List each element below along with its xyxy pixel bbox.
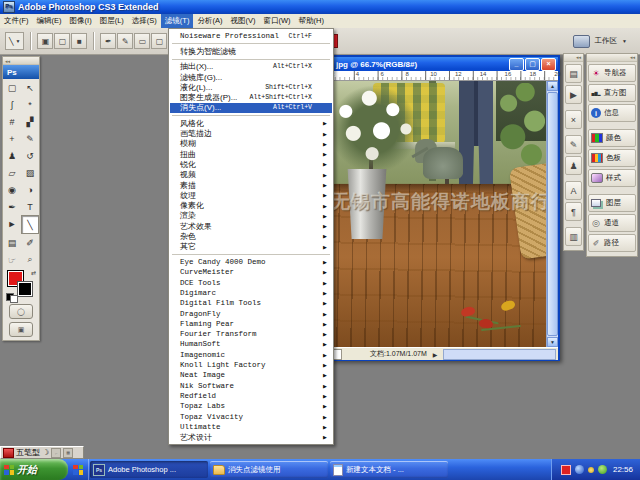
dock-panel-button[interactable]: 通道 <box>588 214 636 232</box>
filter-menu-item[interactable]: Ultimatte ▶ <box>170 422 332 432</box>
scroll-up-icon[interactable]: ▲ <box>547 81 558 91</box>
filter-menu-item[interactable]: 消失点(V)... Alt+Ctrl+V ▶ <box>170 103 332 113</box>
filter-menu-item[interactable]: 模糊 ▶ <box>170 139 332 149</box>
filter-menu-item[interactable]: 滤镜库(G)... ▶ <box>170 72 332 82</box>
filter-menu-item[interactable]: Neat Image ▶ <box>170 370 332 380</box>
filter-menu-item[interactable]: 液化(L)... Shift+Ctrl+X ▶ <box>170 82 332 92</box>
filter-menu-item[interactable]: Topaz Labs ▶ <box>170 401 332 411</box>
dock-panel-icon-button[interactable]: ▥ <box>565 227 582 246</box>
shape-tool-button[interactable]: ▢ <box>151 33 167 49</box>
document-title-bar[interactable]: jpg @ 66.7%(RGB/8#) _ ▢ × <box>302 57 558 71</box>
filter-menu-item[interactable]: 像素化 ▶ <box>170 200 332 210</box>
filter-menu-item[interactable]: 纹理 ▶ <box>170 190 332 200</box>
filter-menu-item[interactable]: DCE Tools ▶ <box>170 278 332 288</box>
tool-button[interactable]: ▞ <box>21 113 39 130</box>
dock-panel-button[interactable]: 路径 <box>588 234 636 252</box>
filter-menu-item[interactable]: 渲染 ▶ <box>170 211 332 221</box>
go-to-bridge-icon[interactable] <box>573 35 590 48</box>
filter-menu-item[interactable]: Digital Film Tools ▶ <box>170 298 332 308</box>
tool-button[interactable]: ↺ <box>21 147 39 164</box>
tool-button[interactable]: # <box>3 113 21 130</box>
filter-menu-item[interactable]: 图案生成器(P)... Alt+Shift+Ctrl+X ▶ <box>170 92 332 102</box>
filter-menu-item[interactable]: ▶ <box>170 57 332 62</box>
filter-menu-item[interactable]: CurveMeister ▶ <box>170 267 332 277</box>
dock-panel-icon-button[interactable]: ▶ <box>565 85 582 104</box>
tool-button[interactable]: ✒ <box>3 198 21 215</box>
filter-menu-item[interactable]: DragonFly ▶ <box>170 308 332 318</box>
tool-button[interactable]: + <box>3 130 21 147</box>
menu-item[interactable]: 图像(I) <box>66 14 96 28</box>
tool-button[interactable]: ✐ <box>21 234 39 251</box>
dock-collapse-handle[interactable]: ◂◂ <box>564 54 583 62</box>
tool-button[interactable]: ʃ <box>3 96 21 113</box>
maximize-button[interactable]: ▢ <box>525 58 540 71</box>
swap-colors-icon[interactable]: ⇄ <box>31 269 36 276</box>
tool-button[interactable]: ▢ <box>3 79 21 96</box>
filter-menu-item[interactable]: 转换为智能滤镜 ▶ <box>170 46 332 56</box>
scroll-down-icon[interactable]: ▼ <box>547 337 558 347</box>
filter-menu-item[interactable]: 艺术效果 ▶ <box>170 221 332 231</box>
taskbar-task-button[interactable]: 新建文本文档 - ... <box>330 461 448 478</box>
toolbox-collapse-handle[interactable]: ◂◂ <box>3 57 39 65</box>
filter-menu-item[interactable]: HumanSoft ▶ <box>170 339 332 349</box>
punctuation-toggle-icon[interactable]: ,. <box>51 448 61 458</box>
taskbar-task-button[interactable]: 消失点滤镜使用 <box>210 461 328 478</box>
full-half-width-icon[interactable]: ☽ <box>42 449 49 457</box>
tool-button[interactable]: ♟ <box>3 147 21 164</box>
dock-panel-icon-button[interactable]: ¶ <box>565 202 582 221</box>
dock-collapse-handle[interactable]: ◂◂ <box>587 54 637 62</box>
menu-item[interactable]: 视图(V) <box>226 14 259 28</box>
filter-menu-item[interactable]: 画笔描边 ▶ <box>170 128 332 138</box>
menu-item[interactable]: 帮助(H) <box>295 14 328 28</box>
canvas-image[interactable]: 无锡市高能得诺地板商行 <box>311 81 546 347</box>
menu-item[interactable]: 分析(A) <box>193 14 226 28</box>
tool-button[interactable]: * <box>21 96 39 113</box>
filter-menu-item[interactable]: Noiseware Professional Ctrl+F ▶ <box>170 31 332 41</box>
vertical-scrollbar[interactable]: ▲ ▼ <box>546 81 558 347</box>
menu-item[interactable]: 滤镜(T) <box>161 14 194 28</box>
tray-status-icon[interactable] <box>588 467 594 473</box>
workspace-button[interactable]: 工作区 <box>595 36 618 46</box>
filter-menu-item[interactable]: 扭曲 ▶ <box>170 149 332 159</box>
dock-panel-button[interactable]: 信息 <box>588 104 636 122</box>
taskbar-task-button[interactable]: Adobe Photoshop ... <box>90 461 208 478</box>
tool-button[interactable]: ◑ <box>21 181 39 198</box>
filter-menu-item[interactable]: ▶ <box>170 113 332 118</box>
tool-button[interactable]: ⌕ <box>21 251 39 268</box>
horizontal-scrollbar[interactable] <box>443 349 556 360</box>
filter-menu-item[interactable]: 风格化 ▶ <box>170 118 332 128</box>
screen-mode-button[interactable]: ▣ <box>9 322 33 337</box>
filter-menu-item[interactable]: 素描 ▶ <box>170 180 332 190</box>
filter-menu-item[interactable]: Imagenomic ▶ <box>170 350 332 360</box>
tool-button[interactable]: ▤ <box>3 234 21 251</box>
tool-button[interactable]: ► <box>3 215 21 232</box>
filter-menu-item[interactable]: Nik Software ▶ <box>170 381 332 391</box>
ime-name[interactable]: 五笔型 <box>16 447 40 458</box>
mode-button[interactable]: ■ <box>71 33 87 49</box>
filter-menu-item[interactable]: ▶ <box>170 252 332 257</box>
filter-menu-item[interactable]: 艺术设计 ▶ <box>170 432 332 442</box>
tool-button[interactable]: ▨ <box>21 164 39 181</box>
tool-preset-picker[interactable]: ╲ ▼ <box>5 32 24 50</box>
status-menu-arrow-icon[interactable]: ▶ <box>433 351 438 358</box>
dock-panel-icon-button[interactable]: ♟ <box>565 156 582 175</box>
start-button[interactable]: 开始 <box>0 459 68 480</box>
tool-button[interactable]: ✎ <box>21 130 39 147</box>
filter-menu-item[interactable]: Digimarc ▶ <box>170 288 332 298</box>
tool-button[interactable]: T <box>21 198 39 215</box>
shape-tool-button[interactable]: ✎ <box>117 33 133 49</box>
shape-tool-button[interactable]: ▭ <box>134 33 150 49</box>
menu-item[interactable]: 编辑(E) <box>33 14 66 28</box>
menu-item[interactable]: 选择(S) <box>128 14 161 28</box>
default-colors-icon[interactable] <box>10 295 18 303</box>
background-color-swatch[interactable] <box>17 281 33 297</box>
tool-button[interactable]: ▱ <box>3 164 21 181</box>
filter-menu-item[interactable]: 杂色 ▶ <box>170 231 332 241</box>
soft-keyboard-icon[interactable]: ▦ <box>63 448 73 458</box>
ime-keyboard-icon[interactable] <box>3 448 14 458</box>
filter-menu-item[interactable]: Redfield ▶ <box>170 391 332 401</box>
filter-menu-item[interactable]: Flaming Pear ▶ <box>170 319 332 329</box>
quick-mask-button[interactable]: ◯ <box>9 304 33 319</box>
tool-button[interactable]: ◉ <box>3 181 21 198</box>
filter-menu-item[interactable]: 视频 ▶ <box>170 170 332 180</box>
